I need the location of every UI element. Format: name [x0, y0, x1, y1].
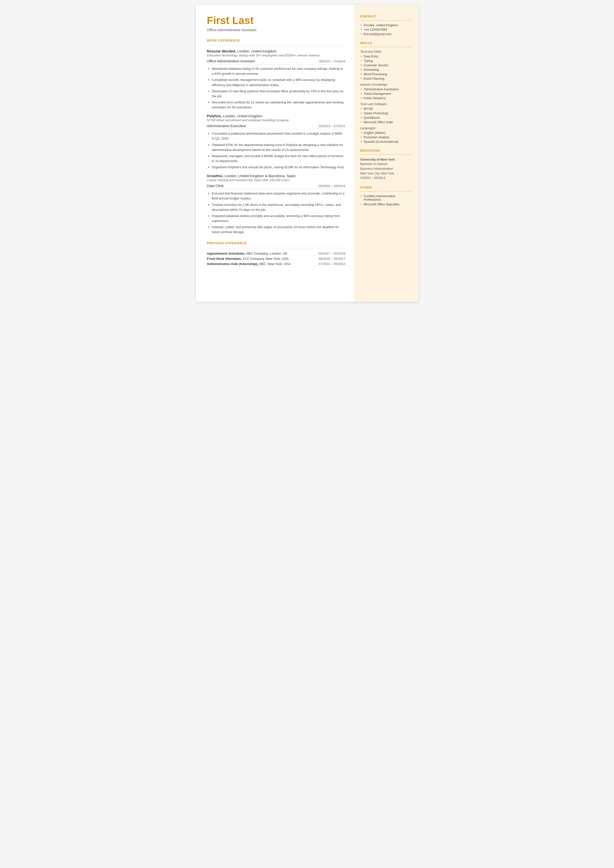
contact-heading: CONTACT: [360, 15, 412, 18]
contact-address: Dundee, United Kingdom: [360, 23, 412, 27]
education-divider: [360, 154, 412, 155]
languages-label: Languages:: [360, 126, 412, 130]
job-bullets-1: Maintained database listing of 2K custom…: [207, 66, 346, 110]
skill-item: Travel Management: [360, 92, 412, 96]
prev-exp-bold-3: Administrative Aide (Internship),: [207, 262, 258, 266]
applicant-name: First Last: [207, 15, 346, 26]
bullet: Obtained $70K for the departmental train…: [212, 143, 346, 152]
skill-item: Word Processing: [360, 73, 412, 76]
other-item-1: Certified Administrative Professional.: [360, 194, 412, 202]
prev-exp-rest-1: ABC Company, London, UK: [245, 252, 287, 255]
company-line-2: Polyhire, London, United Kingdom: [207, 114, 346, 118]
edu-location: New York City, New York: [360, 172, 394, 175]
bullet: Prepared database entries promptly and a…: [212, 214, 346, 224]
contact-phone: +44 1234567890: [360, 28, 412, 31]
education-heading: EDUCATION: [360, 149, 412, 152]
industry-skills-list: Administrative Assistance Travel Managem…: [360, 88, 412, 100]
prev-exp-bold-2: Front Desk Attendant,: [207, 257, 242, 261]
prev-exp-rest-2: XYZ Company, New York, USA: [242, 257, 288, 261]
job-title-row-2: Administrative Executive 10/2019 – 07/20…: [207, 124, 346, 129]
technical-skills-list: Data Entry Typing Customer Service Sched…: [360, 55, 412, 81]
skill-item: Data Entry: [360, 55, 412, 58]
bullet: Tracked inventory for 1.9K items in the …: [212, 202, 346, 212]
prev-exp-dates-1: 06/2017 – 05/2018: [318, 252, 345, 255]
company-name-1: Resume Worded,: [207, 49, 236, 53]
job-block-1: Resume Worded, London, United Kingdom Ed…: [207, 49, 346, 110]
prev-exp-dates-2: 06/2016 – 05/2017: [318, 257, 345, 261]
left-column: First Last Office Administrative Assista…: [196, 5, 354, 302]
language-item: Romanian (Native): [360, 136, 412, 139]
job-bullets-2: Concluded a publicized administrative as…: [207, 131, 346, 170]
skills-heading: SKILLS: [360, 41, 412, 45]
skill-item: Typing: [360, 59, 412, 63]
company-tagline-2: NYSE-listed recruitment and employer bra…: [207, 118, 346, 122]
company-line-3: Growthsi, London, United Kingdom & Barce…: [207, 174, 346, 178]
job-title-2: Administrative Executive: [207, 124, 246, 128]
edu-university: University of New York: [360, 158, 412, 161]
bullet: Developed 13 new filing systems that inc…: [212, 89, 346, 99]
job-bullets-3: Ensured that financial statement data we…: [207, 191, 346, 234]
bullet: Organized Polyhire's first annual fall p…: [212, 165, 346, 170]
bullet: Completed records management tasks on sc…: [212, 78, 346, 87]
job-title-row-3: Data Clerk 06/2018 – 09/2019: [207, 184, 346, 189]
company-line-1: Resume Worded, London, United Kingdom: [207, 49, 346, 53]
right-column: CONTACT Dundee, United Kingdom +44 12345…: [354, 5, 419, 302]
job-dates-1: 08/2021 – Present: [319, 59, 345, 63]
skill-item: Customer Service: [360, 64, 412, 67]
job-dates-2: 10/2019 – 07/2021: [318, 124, 345, 128]
prev-exp-title-3: Administrative Aide (Internship), ABC, N…: [207, 262, 291, 266]
prev-exp-title-2: Front Desk Attendant, XYZ Company, New Y…: [207, 257, 289, 261]
company-name-2: Polyhire,: [207, 114, 222, 118]
skill-item: Public Relations: [360, 96, 412, 100]
language-item: Spanish (Conversational): [360, 140, 412, 143]
tools-label: Tools and Software:: [360, 102, 412, 106]
industry-knowledge-label: Industry Knowledge:: [360, 83, 412, 86]
skill-item: QuickBooks: [360, 116, 412, 120]
skill-item: Adobe Photoshop: [360, 112, 412, 115]
company-tagline-3: Career training and membership SaaS with…: [207, 178, 346, 182]
tools-list: MYOB Adobe Photoshop QuickBooks Microsof…: [360, 107, 412, 124]
technical-skills-label: Technical Skills:: [360, 50, 412, 53]
contact-list: Dundee, United Kingdom +44 1234567890 fi…: [360, 23, 412, 36]
prev-exp-bold-1: Appointment Scheduler,: [207, 252, 245, 255]
applicant-title: Office Administrative Assistant: [207, 28, 346, 32]
prev-exp-title-1: Appointment Scheduler, ABC Company, Lond…: [207, 252, 287, 255]
bullet: Recorded zero conflicts for 21 weeks by …: [212, 100, 346, 110]
edu-degree: Bachelor of Science: [360, 162, 388, 166]
skill-item: Event Planning: [360, 77, 412, 81]
job-title-3: Data Clerk: [207, 184, 224, 188]
job-title-1: Office Administrative Assistant: [207, 59, 255, 63]
edu-field: Business Administration: [360, 167, 393, 171]
skill-item: MYOB: [360, 107, 412, 110]
company-location-3: London, United Kingdom & Barcelona, Spai…: [225, 174, 296, 178]
skill-item: Scheduling: [360, 68, 412, 71]
bullet: Maintained database listing of 2K custom…: [212, 66, 346, 76]
bullet: Requested, managed, and funded a $200K b…: [212, 154, 346, 163]
job-dates-3: 06/2018 – 09/2019: [318, 184, 345, 188]
previous-experience-heading: PREVIOUS EXPERIENCE: [207, 242, 346, 245]
bullet: Concluded a publicized administrative as…: [212, 131, 346, 141]
other-heading: OTHER: [360, 186, 412, 189]
edu-dates: 10/2011 - 06/2014: [360, 176, 385, 180]
contact-email: first.last@gmail.com: [360, 33, 412, 36]
company-tagline-1: Education technology startup with 50+ em…: [207, 53, 346, 57]
company-name-3: Growthsi,: [207, 174, 223, 178]
language-item: English (Native): [360, 131, 412, 135]
prev-exp-row-3: Administrative Aide (Internship), ABC, N…: [207, 262, 346, 266]
prev-exp-rest-3: ABC, New York, USA: [258, 262, 291, 266]
skill-item: Microsoft Office Suite: [360, 121, 412, 124]
job-title-row-1: Office Administrative Assistant 08/2021 …: [207, 59, 346, 64]
company-location-1: London, United Kingdom: [237, 49, 277, 53]
bullet: Indexed, coded, and preserved 40K pages …: [212, 225, 346, 234]
job-block-2: Polyhire, London, United Kingdom NYSE-li…: [207, 114, 346, 170]
prev-exp-row-2: Front Desk Attendant, XYZ Company, New Y…: [207, 257, 346, 261]
languages-list: English (Native) Romanian (Native) Spani…: [360, 131, 412, 143]
work-experience-heading: WORK EXPERIENCE: [207, 39, 346, 42]
prev-exp-dates-3: 07/2014 – 05/2015: [318, 262, 345, 266]
skill-item: Administrative Assistance: [360, 88, 412, 91]
edu-details: Bachelor of Science Business Administrat…: [360, 162, 412, 180]
other-item-2: Microsoft Office Specialist.: [360, 203, 412, 206]
company-location-2: London, United Kingdom: [223, 114, 263, 118]
job-block-3: Growthsi, London, United Kingdom & Barce…: [207, 174, 346, 234]
resume-container: First Last Office Administrative Assista…: [196, 5, 419, 302]
